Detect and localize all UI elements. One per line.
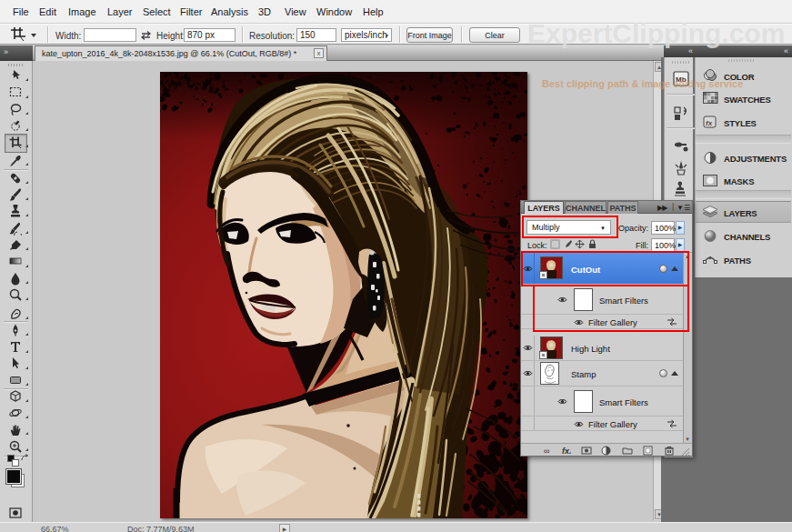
svg-text:fx: fx: [706, 119, 713, 127]
